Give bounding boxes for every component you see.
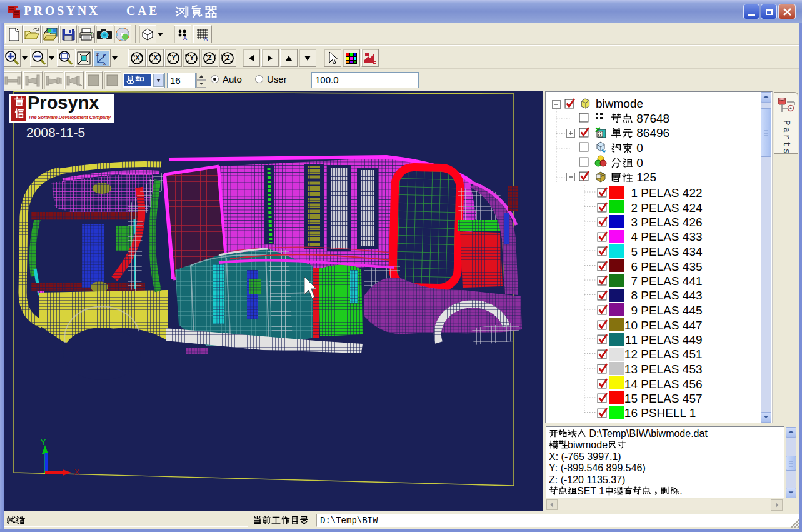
svg-text:Y: Y	[172, 54, 176, 61]
svg-text:Z: Z	[208, 54, 212, 61]
svg-text:X: X	[74, 466, 80, 477]
svg-text:y: y	[103, 52, 105, 58]
svg-text:z: z	[96, 51, 99, 57]
svg-text:X: X	[136, 54, 140, 61]
svg-text:Z: Z	[226, 54, 230, 61]
svg-text:A: A	[204, 36, 208, 41]
svg-text:X: X	[154, 54, 158, 61]
svg-text:Y: Y	[190, 54, 194, 61]
svg-text:A: A	[183, 35, 187, 41]
svg-text:Y: Y	[40, 436, 46, 447]
svg-text:x: x	[103, 61, 106, 66]
